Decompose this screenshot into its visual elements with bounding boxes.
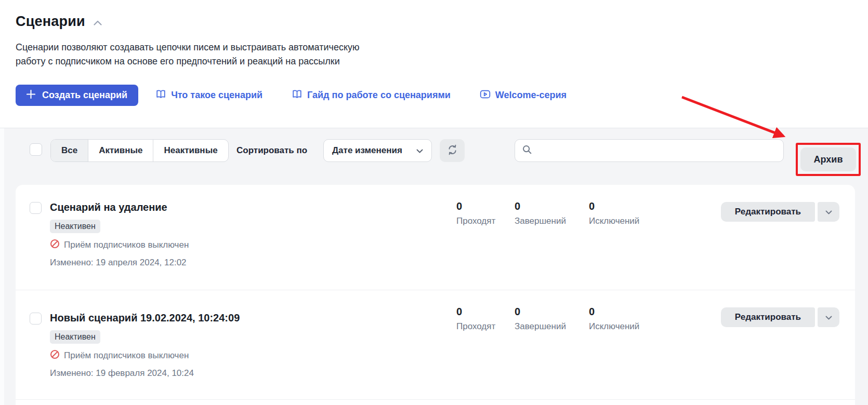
modified-date: Изменено: 19 апреля 2024, 12:02 — [50, 258, 189, 268]
row-checkbox[interactable] — [30, 202, 42, 214]
scenario-title[interactable]: Сценарий на удаление — [50, 201, 189, 213]
edit-button[interactable]: Редактировать — [721, 202, 815, 222]
stat-label: Исключений — [589, 321, 639, 332]
page-description-line2: работу с подписчиком на основе его предп… — [16, 55, 360, 69]
help-links: Что такое сценарий Гайд по работе со сце… — [155, 89, 567, 102]
chevron-down-icon — [825, 314, 832, 321]
filter-tab-inactive[interactable]: Неактивные — [153, 140, 228, 161]
subscription-status: Приём подписчиков выключен — [50, 239, 189, 251]
subscription-status: Приём подписчиков выключен — [50, 349, 240, 362]
link-welcome-series[interactable]: Welcome-серия — [480, 89, 567, 102]
search-box — [515, 139, 784, 162]
link-scenario-guide-label: Гайд по работе со сценариями — [307, 90, 451, 101]
filter-tab-all[interactable]: Все — [51, 140, 88, 161]
stat-value: 0 — [456, 306, 495, 318]
page-header: Сценарии Сценарии позволяют создавать це… — [0, 0, 868, 128]
stat-label: Завершений — [515, 321, 566, 332]
link-what-is-scenario-label: Что такое сценарий — [171, 90, 262, 101]
edit-split-button: Редактировать — [721, 307, 839, 327]
stat-label: Проходят — [456, 321, 495, 332]
create-scenario-label: Создать сценарий — [42, 90, 127, 101]
page-description: Сценарии позволяют создавать цепочки пис… — [16, 40, 360, 69]
stat-value: 0 — [456, 200, 495, 212]
plus-icon — [27, 90, 35, 101]
stat-value: 0 — [589, 200, 639, 212]
scenario-list-card: Сценарий на удаление Неактивен Приём под… — [16, 185, 855, 405]
header-actions: Создать сценарий Что такое сценарий Гайд… — [16, 85, 567, 106]
edit-dropdown-button[interactable] — [818, 202, 839, 222]
stat-label: Исключений — [589, 216, 639, 226]
left-edge-strip — [0, 128, 4, 405]
edit-dropdown-button[interactable] — [818, 307, 839, 327]
stat-value: 0 — [515, 200, 566, 212]
refresh-icon — [447, 144, 458, 157]
page-title: Сценарии — [16, 14, 85, 30]
row-checkbox[interactable] — [30, 313, 42, 325]
refresh-button[interactable] — [440, 139, 465, 162]
link-welcome-series-label: Welcome-серия — [495, 90, 567, 101]
edit-button[interactable]: Редактировать — [721, 307, 815, 327]
select-all-checkbox[interactable] — [30, 143, 42, 156]
chevron-down-icon — [825, 208, 832, 216]
stat-value: 0 — [589, 306, 639, 318]
status-badge: Неактивен — [50, 330, 100, 344]
page-title-row: Сценарии — [16, 14, 102, 30]
search-input[interactable] — [537, 140, 777, 161]
create-scenario-button[interactable]: Создать сценарий — [16, 85, 138, 106]
stat-excluded: 0 Исключений — [589, 200, 639, 226]
scenario-list-section: Все Активные Неактивные Сортировать по Д… — [0, 128, 868, 405]
stat-completed: 0 Завершений — [515, 200, 566, 226]
archive-button[interactable]: Архив — [800, 147, 856, 171]
blocked-icon — [50, 239, 60, 251]
sort-by-label: Сортировать по — [236, 145, 307, 156]
stat-label: Завершений — [515, 216, 566, 226]
scenario-row: Новый сценарий 19.02.2024, 10:24:09 Неак… — [16, 290, 855, 399]
filter-tab-active[interactable]: Активные — [88, 140, 153, 161]
subscription-status-text: Приём подписчиков выключен — [64, 240, 189, 250]
stat-excluded: 0 Исключений — [589, 306, 639, 332]
subscription-status-text: Приём подписчиков выключен — [64, 350, 189, 361]
book-icon — [155, 89, 166, 102]
edit-split-button: Редактировать — [721, 202, 839, 222]
link-scenario-guide[interactable]: Гайд по работе со сценариями — [292, 89, 451, 102]
sort-dropdown-value: Дате изменения — [332, 145, 402, 156]
stat-passing: 0 Проходят — [456, 306, 495, 332]
scenario-title[interactable]: Новый сценарий 19.02.2024, 10:24:09 — [50, 312, 240, 324]
search-icon — [522, 144, 532, 157]
sort-dropdown[interactable]: Дате изменения — [323, 139, 432, 162]
chevron-down-icon — [416, 145, 423, 156]
scenario-info: Сценарий на удаление Неактивен Приём под… — [50, 201, 189, 268]
archive-highlight-box: Архив — [796, 143, 861, 176]
modified-date: Изменено: 19 февраля 2024, 10:24 — [50, 368, 240, 379]
scenario-row: Сценарий на удаление Неактивен Приём под… — [16, 185, 855, 290]
link-what-is-scenario[interactable]: Что такое сценарий — [155, 89, 262, 102]
status-badge: Неактивен — [50, 220, 100, 233]
stat-completed: 0 Завершений — [515, 306, 566, 332]
scenario-info: Новый сценарий 19.02.2024, 10:24:09 Неак… — [50, 312, 240, 379]
stat-passing: 0 Проходят — [456, 200, 495, 226]
next-row-divider — [16, 399, 855, 405]
book-icon — [292, 89, 303, 102]
page-description-line1: Сценарии позволяют создавать цепочки пис… — [16, 40, 360, 55]
collapse-caret-icon[interactable] — [94, 18, 102, 28]
video-icon — [480, 89, 491, 102]
blocked-icon — [50, 349, 60, 362]
stat-label: Проходят — [456, 216, 495, 226]
filter-segmented-control: Все Активные Неактивные — [50, 139, 229, 162]
stat-value: 0 — [515, 306, 566, 318]
